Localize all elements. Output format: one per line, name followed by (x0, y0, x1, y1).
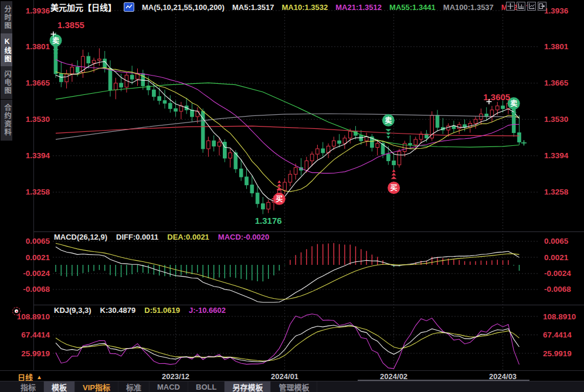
axis-label: -0.0024 (23, 269, 50, 278)
candle (82, 50, 85, 78)
ma-value: MA10:1.3532 (281, 3, 328, 12)
tab-1[interactable]: 指标 (13, 381, 44, 392)
candle (114, 78, 118, 100)
axis-label: 1.3936 (26, 6, 50, 15)
candle (98, 48, 101, 66)
chart-toolbar (506, 2, 546, 11)
tab-7[interactable]: 另存模板 (225, 381, 271, 392)
candle (452, 121, 456, 133)
candle (518, 115, 521, 145)
ma-value: MA21:1.3512 (335, 3, 382, 12)
axis-label: 0.0021 (544, 253, 569, 262)
axis-label: 67.4414 (21, 330, 50, 339)
axis-label: 108.8910 (543, 312, 576, 321)
axis-label: 0.0065 (544, 237, 569, 246)
macd-hist-value: MACD:-0.0020 (218, 233, 269, 241)
tab-4[interactable]: 标准 (118, 381, 150, 392)
ma-value: MA55:1.3441 (389, 3, 436, 12)
tab-3[interactable]: VIP指标 (75, 381, 118, 392)
candle (229, 149, 232, 168)
axis-label: 0.0021 (26, 253, 50, 262)
price-annotation: 1.3605 (483, 92, 510, 102)
candle (338, 134, 341, 148)
bar-chart-tool-icon[interactable] (517, 2, 525, 11)
axis-label: 1.3530 (544, 115, 568, 124)
ma-legend: MA5:1.3517MA10:1.3532MA21:1.3512MA55:1.3… (232, 3, 517, 12)
candle (70, 63, 74, 82)
x-axis-label: 2023/12 (162, 372, 189, 381)
sidebar-item-1[interactable]: 分时图 (1, 1, 12, 34)
kdj-d-value: D:51.0619 (144, 306, 180, 315)
bottom-tab-bar: 指标模板VIP指标标准MACDBOLL另存模板管理模板 (0, 381, 584, 392)
candle (409, 135, 412, 149)
axis-label: -0.0068 (23, 285, 50, 294)
kdj-title: KDJ(9,3,3) (54, 306, 91, 315)
indicator-settings-icon[interactable] (12, 307, 21, 315)
sidebar-item-2[interactable]: K线图 (1, 33, 12, 67)
svg-text:卖: 卖 (510, 99, 517, 108)
trading-app: 1.39361.39361.38011.38011.36651.36651.35… (0, 0, 584, 392)
svg-text:卖: 卖 (52, 36, 59, 45)
sell-signal-marker: 卖 (382, 114, 395, 139)
line-chart-icon[interactable] (124, 2, 134, 12)
candle (442, 118, 445, 134)
ma-value: MA100:1.3537 (443, 3, 494, 12)
candle (201, 108, 205, 152)
candle (485, 107, 488, 121)
candle (179, 102, 183, 120)
macd-title: MACD(26,12,9) (54, 233, 107, 241)
candle (267, 200, 270, 213)
tab-8[interactable]: 管理模板 (271, 381, 317, 392)
candle (474, 117, 477, 129)
tab-6[interactable]: BOLL (188, 381, 225, 392)
candle (414, 137, 417, 150)
candle (398, 149, 401, 168)
candle (130, 66, 134, 84)
axis-label: 1.3665 (544, 79, 569, 87)
svg-text:卖: 卖 (385, 116, 392, 125)
axis-label: 1.3936 (544, 6, 569, 15)
tab-5[interactable]: MACD (150, 381, 188, 392)
kdj-panel-header: KDJ(9,3,3) K:30.4879 D:51.0619 J:-10.660… (54, 306, 226, 315)
axis-label: 1.3530 (26, 115, 50, 124)
crosshair-icon[interactable] (506, 2, 515, 11)
candle (457, 122, 461, 134)
candle (256, 186, 259, 208)
candle (321, 142, 325, 156)
candle (239, 159, 243, 181)
axis-label: 1.3801 (26, 42, 50, 51)
sidebar-item-4[interactable]: 合约资料 (1, 100, 12, 141)
axis-label: 67.4414 (543, 330, 572, 339)
buy-signal-marker: 买 (388, 169, 400, 194)
candle (365, 132, 368, 146)
candle (468, 121, 472, 133)
candle (169, 95, 172, 113)
axis-label: -0.0068 (544, 285, 571, 294)
cross-marker (521, 140, 527, 145)
axis-label: 0.0065 (26, 237, 50, 246)
candle (108, 60, 112, 97)
axis-label: 1.3665 (26, 79, 50, 87)
x-axis-bar: 日线 ▲ 2023/122024/012024/022024/03 (0, 370, 584, 381)
chevron-up-icon: ▲ (36, 374, 42, 380)
axis-label: 25.9919 (21, 349, 50, 358)
tab-2[interactable]: 模板 (44, 381, 75, 392)
sidebar-item-3[interactable]: 闪电图 (1, 66, 12, 99)
price-annotation: 1.3176 (255, 216, 282, 226)
macd-diff-value: DIFF:0.0011 (116, 233, 158, 241)
axis-label: 25.9919 (543, 349, 572, 358)
pan-right-icon[interactable] (538, 2, 546, 11)
axis-label: 1.3258 (544, 188, 569, 196)
kdj-j-value: J:-10.6602 (189, 306, 226, 315)
candle (65, 70, 69, 88)
candle (419, 131, 423, 144)
line-chart-tool-icon[interactable] (527, 2, 536, 11)
candle (262, 197, 265, 214)
candle (163, 90, 167, 108)
sell-signal-marker: 卖 (50, 35, 62, 59)
candle (288, 170, 292, 186)
axis-label: 1.3394 (544, 151, 569, 160)
instrument-title: 美元加元【日线】 (50, 1, 116, 13)
macd-panel-header: MACD(26,12,9) DIFF:0.0011 DEA:0.0021 MAC… (54, 233, 269, 241)
top-legend-bar: 美元加元【日线】 MA(5,10,21,55,100,200) MA5:1.35… (50, 1, 532, 13)
